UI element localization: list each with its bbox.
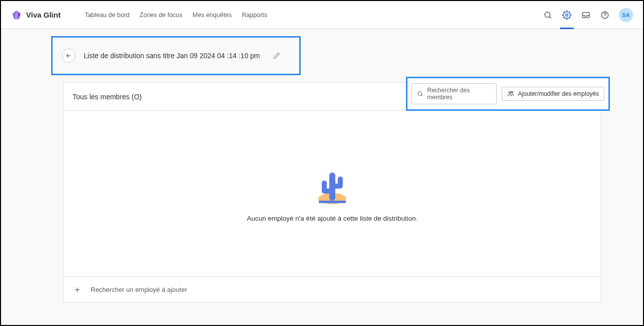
svg-line-8: [421, 95, 422, 96]
members-actions-highlight: Rechercher des membres Ajouter/modifier …: [406, 77, 610, 111]
nav-link-surveys[interactable]: Mes enquêtes: [192, 12, 232, 19]
add-employees-label: Ajouter/modifier des employés: [518, 90, 599, 97]
svg-point-9: [509, 92, 511, 94]
nav-links: Tableau de bord Zones de focus Mes enquê…: [85, 12, 267, 19]
inbox-icon[interactable]: [581, 10, 591, 20]
pencil-icon: [273, 52, 280, 59]
nav-icons: SA: [543, 8, 633, 22]
footer-search-label: Rechercher un employé à ajouter: [91, 286, 187, 293]
search-icon: [417, 90, 423, 97]
svg-point-2: [566, 14, 568, 16]
arrow-left-icon: [65, 52, 72, 59]
search-members-placeholder: Rechercher des membres: [427, 87, 491, 101]
help-icon[interactable]: [600, 10, 610, 20]
people-icon: [507, 90, 514, 97]
page-header-highlight: Liste de distribution sans titre Jan 09 …: [51, 36, 301, 75]
nav-link-reports[interactable]: Rapports: [242, 12, 268, 19]
search-members-input[interactable]: Rechercher des membres: [411, 83, 497, 104]
members-title-text: Tous les membres: [73, 93, 130, 101]
svg-rect-12: [319, 201, 346, 203]
members-count: (O): [131, 93, 141, 101]
svg-point-5: [604, 17, 605, 17]
svg-rect-17: [333, 184, 343, 189]
svg-point-10: [511, 92, 513, 93]
cactus-illustration: [310, 166, 355, 206]
add-employees-button[interactable]: Ajouter/modifier des employés: [502, 87, 604, 101]
nav-link-focus[interactable]: Zones de focus: [140, 12, 182, 19]
members-card-header: Tous les membres (O) Rechercher des memb…: [64, 83, 601, 111]
top-nav: Viva Glint Tableau de bord Zones de focu…: [1, 1, 643, 29]
empty-state: Aucun employé n'a été ajouté à cette lis…: [64, 111, 601, 276]
svg-point-0: [545, 12, 550, 18]
back-button[interactable]: [62, 49, 76, 63]
avatar[interactable]: SA: [619, 8, 633, 22]
svg-point-7: [418, 92, 422, 96]
page-title: Liste de distribution sans titre Jan 09 …: [84, 52, 260, 60]
nav-link-dashboard[interactable]: Tableau de bord: [85, 12, 130, 19]
app-name: Viva Glint: [26, 11, 61, 19]
plus-icon: ＋: [73, 285, 82, 294]
edit-title-button[interactable]: [273, 52, 280, 59]
add-employee-footer[interactable]: ＋ Rechercher un employé à ajouter: [64, 276, 601, 302]
members-card: Tous les membres (O) Rechercher des memb…: [63, 82, 601, 302]
settings-icon[interactable]: [562, 10, 572, 20]
members-title: Tous les membres (O): [73, 93, 142, 101]
page-body: Liste de distribution sans titre Jan 09 …: [1, 29, 643, 325]
empty-state-message: Aucun employé n'a été ajouté à cette lis…: [247, 215, 417, 222]
svg-line-1: [549, 17, 551, 18]
viva-glint-logo-icon: [11, 10, 22, 21]
svg-rect-15: [322, 189, 332, 194]
search-icon[interactable]: [543, 10, 553, 20]
app-logo: Viva Glint: [11, 10, 61, 21]
